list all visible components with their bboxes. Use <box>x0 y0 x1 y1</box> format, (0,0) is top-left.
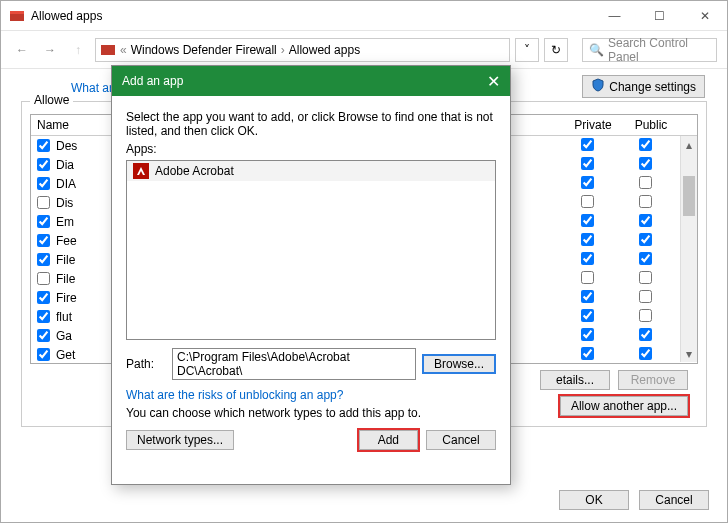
crumb-allowed-apps[interactable]: Allowed apps <box>289 43 360 57</box>
public-checkbox[interactable] <box>639 214 652 227</box>
row-checkbox[interactable] <box>37 310 50 323</box>
private-checkbox[interactable] <box>581 214 594 227</box>
browse-button[interactable]: Browse... <box>422 354 496 374</box>
row-checkbox[interactable] <box>37 253 50 266</box>
add-app-dialog: Add an app ✕ Select the app you want to … <box>111 65 511 485</box>
private-checkbox[interactable] <box>581 138 594 151</box>
public-checkbox[interactable] <box>639 290 652 303</box>
minimize-button[interactable]: — <box>592 1 637 30</box>
row-checkbox[interactable] <box>37 329 50 342</box>
search-icon: 🔍 <box>589 43 604 57</box>
row-checkbox[interactable] <box>37 158 50 171</box>
private-checkbox[interactable] <box>581 157 594 170</box>
row-checkbox[interactable] <box>37 177 50 190</box>
close-button[interactable]: ✕ <box>682 1 727 30</box>
nav-bar: ← → ↑ « Windows Defender Firewall › Allo… <box>1 31 727 69</box>
dialog-titlebar: Add an app ✕ <box>112 66 510 96</box>
path-input[interactable]: C:\Program Files\Adobe\Acrobat DC\Acroba… <box>172 348 416 380</box>
row-checkbox[interactable] <box>37 348 50 361</box>
crumb-firewall[interactable]: Windows Defender Firewall <box>131 43 277 57</box>
svg-rect-1 <box>10 11 24 14</box>
search-input[interactable]: 🔍 Search Control Panel <box>582 38 717 62</box>
private-checkbox[interactable] <box>581 176 594 189</box>
search-placeholder: Search Control Panel <box>608 36 710 64</box>
allow-another-app-button[interactable]: Allow another app... <box>560 396 688 416</box>
public-checkbox[interactable] <box>639 233 652 246</box>
row-checkbox[interactable] <box>37 196 50 209</box>
apps-listbox[interactable]: Adobe Acrobat <box>126 160 496 340</box>
public-checkbox[interactable] <box>639 271 652 284</box>
dialog-note: You can choose which network types to ad… <box>126 406 496 420</box>
back-button[interactable]: ← <box>11 39 33 61</box>
public-checkbox[interactable] <box>639 347 652 360</box>
dialog-cancel-button[interactable]: Cancel <box>426 430 496 450</box>
vertical-scrollbar[interactable]: ▴ ▾ <box>680 136 697 362</box>
refresh-button[interactable]: ↻ <box>544 38 568 62</box>
scroll-down-icon[interactable]: ▾ <box>681 345 697 362</box>
public-checkbox[interactable] <box>639 176 652 189</box>
forward-button[interactable]: → <box>39 39 61 61</box>
chevron-right-icon: › <box>277 43 289 57</box>
row-checkbox[interactable] <box>37 272 50 285</box>
maximize-button[interactable]: ☐ <box>637 1 682 30</box>
private-checkbox[interactable] <box>581 290 594 303</box>
public-checkbox[interactable] <box>639 138 652 151</box>
remove-button[interactable]: Remove <box>618 370 688 390</box>
dialog-instruction: Select the app you want to add, or click… <box>126 110 496 138</box>
cancel-button[interactable]: Cancel <box>639 490 709 510</box>
private-checkbox[interactable] <box>581 195 594 208</box>
up-button[interactable]: ↑ <box>67 39 89 61</box>
path-label: Path: <box>126 357 166 371</box>
public-checkbox[interactable] <box>639 252 652 265</box>
network-types-button[interactable]: Network types... <box>126 430 234 450</box>
firewall-small-icon <box>100 42 116 58</box>
scroll-up-icon[interactable]: ▴ <box>681 136 697 153</box>
private-checkbox[interactable] <box>581 252 594 265</box>
titlebar: Allowed apps — ☐ ✕ <box>1 1 727 31</box>
shield-icon <box>591 78 605 95</box>
row-checkbox[interactable] <box>37 234 50 247</box>
change-settings-button[interactable]: Change settings <box>582 75 705 98</box>
apps-label: Apps: <box>126 142 496 156</box>
breadcrumb[interactable]: « Windows Defender Firewall › Allowed ap… <box>95 38 510 62</box>
private-checkbox[interactable] <box>581 271 594 284</box>
public-checkbox[interactable] <box>639 195 652 208</box>
public-checkbox[interactable] <box>639 328 652 341</box>
risks-link[interactable]: What are the risks of unblocking an app? <box>126 388 343 402</box>
app-item-label: Adobe Acrobat <box>155 164 234 178</box>
ok-button[interactable]: OK <box>559 490 629 510</box>
group-label: Allowe <box>30 93 73 107</box>
row-checkbox[interactable] <box>37 139 50 152</box>
public-checkbox[interactable] <box>639 309 652 322</box>
dropdown-history-button[interactable]: ˅ <box>515 38 539 62</box>
private-checkbox[interactable] <box>581 328 594 341</box>
scroll-thumb[interactable] <box>683 176 695 216</box>
add-button[interactable]: Add <box>359 430 418 450</box>
dialog-title: Add an app <box>122 74 183 88</box>
list-item[interactable]: Adobe Acrobat <box>127 161 495 181</box>
column-header-public[interactable]: Public <box>622 115 680 135</box>
svg-rect-2 <box>101 45 115 55</box>
row-checkbox[interactable] <box>37 291 50 304</box>
details-button[interactable]: etails... <box>540 370 610 390</box>
window-title: Allowed apps <box>31 9 102 23</box>
private-checkbox[interactable] <box>581 309 594 322</box>
allowed-apps-window: Allowed apps — ☐ ✕ ← → ↑ « Windows Defen… <box>0 0 728 523</box>
firewall-icon <box>9 8 25 24</box>
adobe-icon <box>133 163 149 179</box>
crumb-prefix: « <box>116 43 131 57</box>
row-checkbox[interactable] <box>37 215 50 228</box>
private-checkbox[interactable] <box>581 347 594 360</box>
private-checkbox[interactable] <box>581 233 594 246</box>
column-header-private[interactable]: Private <box>564 115 622 135</box>
dialog-close-button[interactable]: ✕ <box>487 72 500 91</box>
public-checkbox[interactable] <box>639 157 652 170</box>
